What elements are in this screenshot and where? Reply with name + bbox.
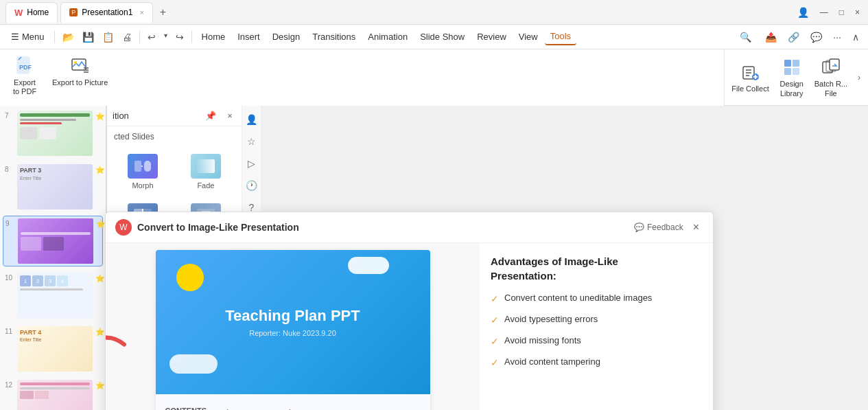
dialog-overlay: W Convert to Image-Like Presentation 💬 F… (0, 212, 868, 410)
menu-item-design[interactable]: Design (267, 29, 305, 45)
advantage-item-3: ✓ Avoid missing fonts (491, 335, 702, 347)
redo-button[interactable]: ↪ (172, 30, 187, 45)
tab-presentation-close[interactable]: × (139, 8, 143, 16)
collapse-ribbon-icon[interactable]: ∧ (849, 30, 863, 45)
tab-home[interactable]: W Home (5, 2, 58, 23)
dialog-title: Convert to Image-Like Presentation (137, 222, 629, 233)
dialog-app-icon: W (115, 219, 132, 236)
undo-button[interactable]: ↩ (144, 30, 159, 45)
undo-dropdown[interactable]: ▾ (161, 30, 171, 45)
share-icon[interactable]: 📤 (762, 30, 780, 45)
menu-item-insert[interactable]: Insert (232, 29, 266, 45)
design-label: DesignLibrary (780, 80, 804, 98)
design-library-icon (781, 56, 803, 78)
dialog-close-button[interactable]: × (689, 220, 703, 235)
export-picture-button[interactable]: Export to Picture (47, 52, 113, 103)
slide-thumb-8[interactable]: 8 PART 3 Enter Title ⭐ (3, 162, 103, 212)
search-button[interactable]: 🔍 (736, 30, 755, 45)
export-icon[interactable]: 🔗 (784, 30, 803, 45)
check-icon-4: ✓ (491, 357, 499, 368)
dialog-preview: Teaching Plan PPT Reporter: Nuke 2023.9.… (106, 243, 480, 410)
advantage-text-3: Avoid missing fonts (504, 335, 581, 345)
export-pdf-label: Exportto PDF (13, 78, 36, 96)
menu-button[interactable]: ☰ Menu (5, 29, 50, 45)
advantage-text-1: Convert content to uneditable images (504, 293, 652, 303)
menu-item-slideshow[interactable]: Slide Show (414, 29, 470, 45)
window-minimize-button[interactable]: — (817, 6, 831, 19)
batch-file-button[interactable]: Batch R...File (810, 54, 852, 100)
slideshow-label: Slide Show (420, 32, 465, 42)
batch-icon (820, 56, 842, 78)
panel-title-partial: ition (113, 111, 198, 121)
star-icon-8: ⭐ (95, 166, 105, 174)
slide-icons-8: ⭐ (95, 164, 105, 174)
feedback-button[interactable]: 💬 Feedback (634, 223, 683, 232)
contents-label: CONTENTS (165, 407, 207, 410)
contents-row: CONTENTS 1/ Enter Title 4/ (165, 401, 421, 410)
export-pdf-icon: PDF (14, 55, 36, 77)
toolbar-expand-button[interactable]: › (853, 73, 865, 82)
morph-label: Morph (132, 181, 153, 190)
svg-rect-9 (784, 60, 791, 67)
export-picture-label: Export to Picture (52, 78, 108, 87)
window-close-button[interactable]: × (852, 6, 863, 19)
preview-title-container: Teaching Plan PPT Reporter: Nuke 2023.9.… (225, 307, 360, 337)
menu-label: Menu (22, 32, 45, 42)
transition-fade[interactable]: Fade (177, 150, 235, 194)
dialog-icon-text: W (119, 223, 127, 232)
advantage-text-2: Avoid typesetting errors (504, 314, 598, 324)
open-button[interactable]: 📂 (59, 30, 78, 45)
save-button[interactable]: 💾 (79, 30, 97, 45)
check-icon-1: ✓ (491, 293, 499, 304)
transition-morph[interactable]: Morph (114, 150, 172, 194)
new-tab-button[interactable]: + (156, 6, 170, 19)
right-toolbar: File Collect DesignLibrary Batch R...Fil… (724, 49, 868, 105)
window-account-icon[interactable]: 👤 (795, 5, 812, 19)
tab-presentation-label: Presentation1 (82, 8, 132, 17)
slide-img-8: PART 3 Enter Title (17, 164, 93, 209)
sidebar-play-icon[interactable]: ▷ (245, 155, 258, 172)
menu-item-view[interactable]: View (513, 29, 543, 45)
check-icon-2: ✓ (491, 315, 499, 326)
tab-presentation[interactable]: P Presentation1 × (60, 2, 153, 23)
sidebar-person-icon[interactable]: 👤 (243, 111, 260, 128)
feedback-label: Feedback (647, 223, 683, 232)
more-options-icon[interactable]: ··· (830, 30, 845, 45)
menu-item-transitions[interactable]: Transitions (307, 29, 361, 45)
svg-rect-20 (197, 159, 215, 173)
contents-label-container: CONTENTS (165, 405, 207, 410)
comment-icon[interactable]: 💬 (807, 30, 825, 45)
panel-close-icon[interactable]: × (224, 109, 236, 123)
ribbon-area: PDF Exportto PDF Export to Picture File … (0, 49, 868, 106)
advantage-item-4: ✓ Avoid content tampering (491, 356, 702, 368)
advantage-item-2: ✓ Avoid typesetting errors (491, 314, 702, 326)
saveas-button[interactable]: 📋 (99, 30, 117, 45)
sidebar-history-icon[interactable]: 🕐 (243, 177, 260, 194)
dialog-header: W Convert to Image-Like Presentation 💬 F… (106, 212, 713, 243)
sun-decoration (176, 264, 204, 291)
export-pdf-button[interactable]: PDF Exportto PDF (5, 52, 44, 103)
cloud1-decoration (348, 257, 389, 274)
ribbon: PDF Exportto PDF Export to Picture (0, 49, 724, 106)
svg-rect-10 (793, 60, 799, 67)
file-collect-button[interactable]: File Collect (727, 58, 773, 96)
slide-thumb-7[interactable]: 7 ⭐ (3, 109, 103, 158)
section-slides-label: cted Slides (107, 126, 242, 144)
print-button[interactable]: 🖨 (119, 30, 135, 45)
hamburger-icon: ☰ (11, 32, 19, 42)
morph-icon (128, 154, 158, 179)
content-area: 7 ⭐ 8 (0, 106, 868, 410)
menu-item-review[interactable]: Review (471, 29, 512, 45)
window-maximize-button[interactable]: □ (836, 6, 847, 19)
panel-pin-icon[interactable]: 📌 (202, 109, 220, 123)
sidebar-star-icon[interactable]: ☆ (244, 133, 259, 150)
undo-redo-group: ↩ ▾ ↪ (144, 30, 187, 45)
design-library-button[interactable]: DesignLibrary (775, 54, 809, 100)
slide-icons-7: ⭐ (95, 111, 105, 121)
menu-item-animation[interactable]: Animation (362, 29, 413, 45)
dialog-info: Advantages of Image-LikePresentation: ✓ … (480, 243, 713, 410)
menu-item-tools[interactable]: Tools (545, 28, 576, 45)
menu-item-home[interactable]: Home (196, 29, 231, 45)
svg-text:PDF: PDF (19, 64, 32, 71)
window-controls: 👤 — □ × (795, 5, 863, 19)
